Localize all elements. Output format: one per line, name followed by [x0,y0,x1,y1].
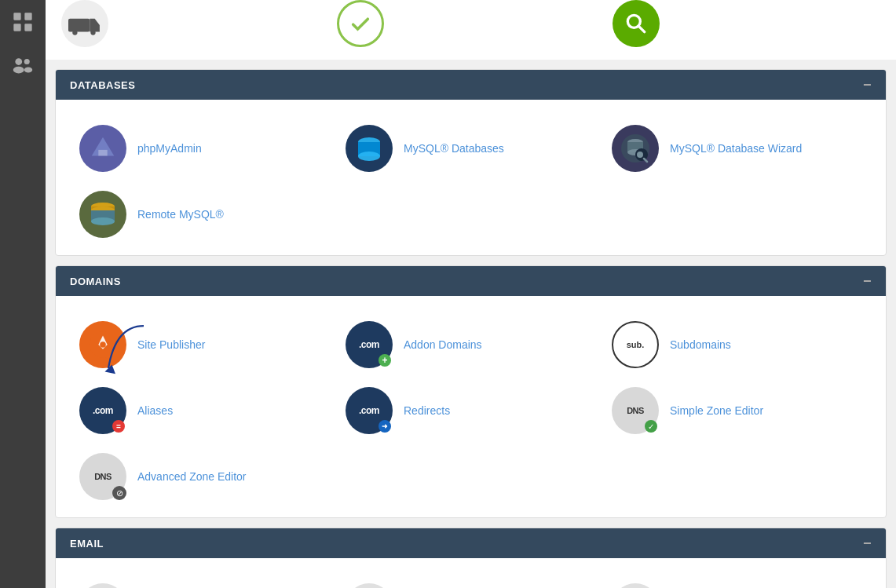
remote-mysql-item[interactable]: Remote MySQL® [71,181,338,247]
users-icon[interactable] [9,50,37,79]
remote-mysql-label: Remote MySQL® [137,207,224,221]
domains-body: Site Publisher .com + Addon Domains sub. [56,296,886,517]
site-publisher-label: Site Publisher [137,338,205,352]
email-header: EMAIL − [56,528,886,558]
svg-line-25 [644,159,647,162]
mysql-wizard-item[interactable]: MySQL® Database Wizard [604,115,870,181]
top-item-check[interactable] [329,0,605,47]
svg-rect-3 [24,24,31,31]
databases-title: DATABASES [70,79,135,91]
databases-header: DATABASES − [56,70,886,100]
mysql-databases-item[interactable]: MySQL® Databases [338,115,604,181]
addon-domains-item[interactable]: .com + Addon Domains [338,312,604,378]
domains-header: DOMAINS − [56,266,886,296]
phpmyadmin-label: phpMyAdmin [137,141,202,155]
email-item-3[interactable] [604,574,870,588]
email-item-2[interactable] [338,574,604,588]
svg-rect-1 [24,13,31,20]
domains-title: DOMAINS [70,276,121,287]
grid-icon[interactable] [9,8,37,36]
svg-rect-2 [13,24,20,31]
aliases-item[interactable]: .com = Aliases [71,378,338,444]
databases-body: phpMyAdmin MySQL® Databases [56,100,886,255]
domains-section: DOMAINS − Site Publisher [55,265,887,518]
email-section: EMAIL − [55,528,887,588]
svg-marker-9 [90,19,100,32]
addon-domains-label: Addon Domains [404,338,482,352]
svg-rect-0 [13,13,20,20]
svg-point-10 [72,30,77,35]
top-item-truck[interactable] [53,0,329,47]
svg-point-24 [637,152,643,158]
adv-zone-label: Advanced Zone Editor [137,469,247,484]
svg-rect-15 [98,150,107,156]
databases-section: DATABASES − phpMyAdmin [55,69,887,256]
svg-point-11 [90,30,95,35]
svg-point-7 [24,68,33,73]
redirects-label: Redirects [404,404,450,418]
svg-point-18 [358,152,380,161]
top-partial-bar [46,0,896,60]
sidebar [0,0,46,588]
svg-point-6 [24,59,30,64]
email-collapse-btn[interactable]: − [863,536,872,550]
main-content: DATABASES − phpMyAdmin [46,0,896,588]
simple-zone-label: Simple Zone Editor [670,404,763,418]
site-publisher-item[interactable]: Site Publisher [71,312,338,378]
subdomains-item[interactable]: sub. Subdomains [604,312,870,378]
simple-zone-item[interactable]: DNS ✓ Simple Zone Editor [604,378,870,444]
phpmyadmin-item[interactable]: phpMyAdmin [71,115,338,181]
email-body [56,558,886,588]
aliases-label: Aliases [137,404,173,418]
adv-zone-item[interactable]: DNS ⊘ Advanced Zone Editor [71,444,338,509]
svg-point-30 [91,217,115,225]
databases-collapse-btn[interactable]: − [863,78,872,92]
svg-point-4 [15,58,22,65]
mysql-databases-label: MySQL® Databases [404,141,504,155]
svg-rect-8 [68,19,90,32]
email-item-1[interactable] [71,574,338,588]
top-item-search[interactable] [605,0,880,47]
email-title: EMAIL [70,538,104,550]
svg-line-13 [638,26,644,31]
svg-point-33 [100,341,106,348]
mysql-wizard-label: MySQL® Database Wizard [670,141,802,155]
subdomains-label: Subdomains [670,338,731,352]
redirects-item[interactable]: .com ➜ Redirects [338,378,604,444]
domains-collapse-btn[interactable]: − [863,274,872,288]
svg-point-5 [13,67,24,74]
